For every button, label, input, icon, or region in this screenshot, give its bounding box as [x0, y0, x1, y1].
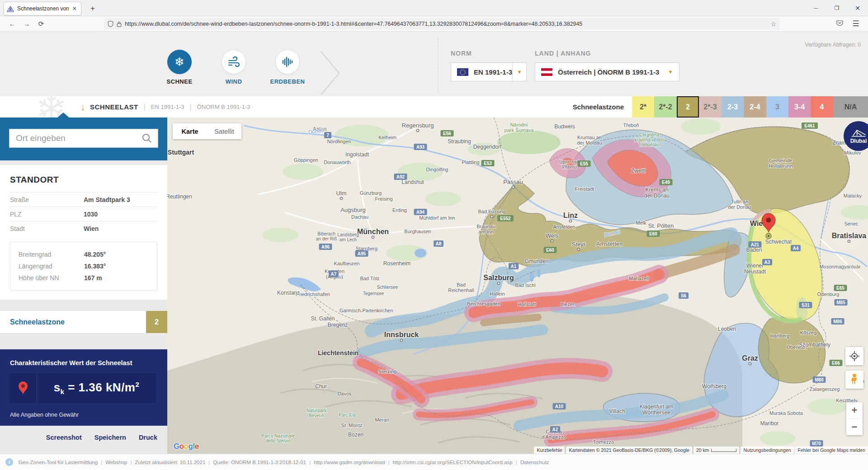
zone-chip-2*-2[interactable]: 2*-2	[654, 96, 677, 118]
zone-chip-2-3[interactable]: 2-3	[722, 96, 744, 118]
austria-flag-icon	[541, 68, 552, 76]
map-label-Baden: Baden	[746, 247, 762, 253]
map-attribution: Kurzbefehle Kartendaten © 2021 GeoBasis-…	[534, 446, 868, 454]
tab-schnee[interactable]: ❄ SCHNEE	[155, 50, 204, 85]
reload-button[interactable]: ⟳	[35, 19, 47, 29]
map-label-München: München	[357, 228, 389, 235]
chevron-right-decoration	[319, 51, 341, 96]
search-input[interactable]	[9, 133, 142, 143]
maptype-karte-button[interactable]: Karte	[173, 123, 207, 139]
lock-icon	[117, 21, 122, 27]
road-badge-A95: A95	[355, 250, 368, 257]
search-panel-notch	[57, 113, 69, 118]
land-select[interactable]: Österreich | ÖNORM B 1991-1-3 ▼	[535, 62, 679, 81]
screenshot-button[interactable]: Screenshot	[46, 434, 82, 441]
land-anhang-label: LAND | ANHANG	[535, 50, 679, 57]
url-bar[interactable]: https://www.dlubal.com/de/schnee-wind-er…	[104, 18, 780, 30]
footer-item-6[interactable]: Datenschutz	[520, 460, 549, 465]
svg-text:A21: A21	[751, 242, 760, 247]
footer-item-5[interactable]: http://srtm.csi.cgiar.org/SELECTION/inpu…	[392, 460, 512, 465]
svg-text:E65: E65	[836, 286, 844, 291]
zone-chip-3-4[interactable]: 3-4	[788, 96, 811, 118]
druck-button[interactable]: Druck	[139, 434, 157, 441]
maptype-satellit-button[interactable]: Satellit	[207, 123, 241, 139]
pegman-streetview-control[interactable]	[845, 371, 863, 389]
wind-icon[interactable]	[222, 50, 246, 74]
map-dot	[497, 282, 500, 284]
url-text[interactable]: https://www.dlubal.com/de/schnee-wind-er…	[125, 21, 767, 27]
map-label-Stuttgart: Stuttgart	[168, 149, 194, 156]
app-header: Verfügbare Abfragen: 0 ❄ SCHNEE WIND ERD…	[0, 32, 868, 96]
footer-item-1[interactable]: Webshop	[105, 460, 127, 465]
zone-chip-3[interactable]: 3	[766, 96, 788, 118]
menu-hamburger-icon[interactable]: ☰	[850, 19, 862, 29]
norm-select[interactable]: EN 1991-1-3 ▼	[451, 62, 527, 81]
my-location-button[interactable]	[845, 347, 863, 365]
browser-tab[interactable]: Schneelastzonen von Österreich ✕	[4, 2, 81, 15]
svg-text:A93: A93	[416, 145, 425, 150]
svg-text:A92: A92	[396, 174, 405, 179]
shortcuts-link[interactable]: Kurzbefehle	[534, 446, 565, 454]
snow-zone-label: Schneelastzone	[10, 311, 65, 333]
window-restore-button[interactable]: ❐	[826, 0, 847, 16]
road-badge-A93: A93	[414, 144, 427, 150]
zone-chip-N/A[interactable]: N/A	[833, 96, 868, 118]
map-dot	[749, 362, 751, 365]
road-badge-S6: S6	[679, 292, 689, 299]
terms-link[interactable]: Nutzungsbedingungen	[741, 446, 793, 454]
tab-close-icon[interactable]: ✕	[71, 5, 78, 12]
pocket-icon[interactable]	[834, 19, 845, 29]
footer-item-3[interactable]: Quelle: ÖNORM B 1991-1-3:2018-12-01	[213, 460, 306, 465]
map-label-Bad-Tölz: Bad Tölz	[360, 276, 379, 281]
shield-icon[interactable]	[108, 21, 113, 27]
road-badge-A1: A1	[509, 263, 519, 269]
tab-wind[interactable]: WIND	[209, 50, 259, 85]
window-minimize-button[interactable]: ─	[806, 0, 826, 16]
eu-flag-icon	[457, 68, 468, 76]
zone-chip-4[interactable]: 4	[811, 96, 833, 118]
map-dot	[512, 186, 514, 188]
map-canvas[interactable]: RegensburgKelheimStraubingDeggendorfPlat…	[167, 118, 868, 454]
snow-zone-row: Schneelastzone 2	[0, 311, 167, 333]
browser-tabbar: Schneelastzonen von Österreich ✕ + ─ ❐ ✕	[0, 0, 868, 16]
chev​ron-down-icon[interactable]: ▼	[662, 63, 679, 81]
window-close-button[interactable]: ✕	[847, 0, 868, 16]
snow-icon[interactable]: ❄	[167, 50, 192, 74]
coord-row-Höhe über NN: Höhe über NN167 m	[19, 272, 157, 284]
new-tab-button[interactable]: +	[87, 3, 99, 14]
map-dot	[848, 240, 850, 242]
footer-item-4[interactable]: http://www.gadm.org/download	[314, 460, 385, 465]
search-icon[interactable]	[142, 133, 152, 144]
earthquake-icon[interactable]	[275, 50, 300, 74]
tab-erdbeben[interactable]: ERDBEBEN	[263, 50, 312, 85]
map-label-St.-Moritz: St. Moritz	[341, 423, 362, 428]
speichern-button[interactable]: Speichern	[94, 434, 126, 441]
map-label-Bad-Ischl: Bad Ischl	[515, 282, 535, 288]
svg-text:A4: A4	[793, 246, 799, 251]
map-label-Krems-an-der-Donau: Krems ander Donau	[644, 187, 670, 199]
svg-text:A1: A1	[511, 264, 517, 269]
chevron-down-icon[interactable]: ▼	[512, 63, 526, 81]
report-error-link[interactable]: Fehler bei Google Maps melden	[795, 446, 868, 454]
google-logo[interactable]: Google	[174, 442, 199, 451]
forward-button[interactable]: →	[21, 19, 33, 29]
svg-text:M80: M80	[815, 377, 824, 382]
map-label-Schwechat: Schwechat	[765, 239, 792, 245]
footer-item-2[interactable]: Zuletzt aktualisiert: 10.11.2021	[135, 460, 206, 465]
zone-chip-2*[interactable]: 2*	[632, 96, 654, 118]
map-label-Ulm: Ulm	[336, 190, 346, 197]
map-dot	[372, 236, 374, 238]
map-label-Landshut: Landshut	[401, 179, 424, 185]
zone-chip-2*-3[interactable]: 2*-3	[699, 96, 722, 118]
zone-chip-2[interactable]: 2	[677, 96, 699, 118]
map-label-Zwettl: Zwettl	[631, 168, 646, 174]
map-label-Amstetten: Amstetten	[596, 240, 623, 247]
bookmark-star-icon[interactable]: ☆	[770, 20, 776, 28]
zoom-out-button[interactable]: −	[846, 419, 863, 435]
back-button[interactable]: ←	[6, 19, 18, 29]
page-footer: i Geo-Zonen-Tool für Lastermittlung|Webs…	[0, 454, 868, 470]
zoom-in-button[interactable]: +	[846, 402, 863, 418]
road-badge-A92: A92	[394, 174, 407, 180]
zone-chip-2-4[interactable]: 2-4	[744, 96, 766, 118]
map-label-Murska-Sobota: Murska Sobota	[769, 410, 803, 416]
